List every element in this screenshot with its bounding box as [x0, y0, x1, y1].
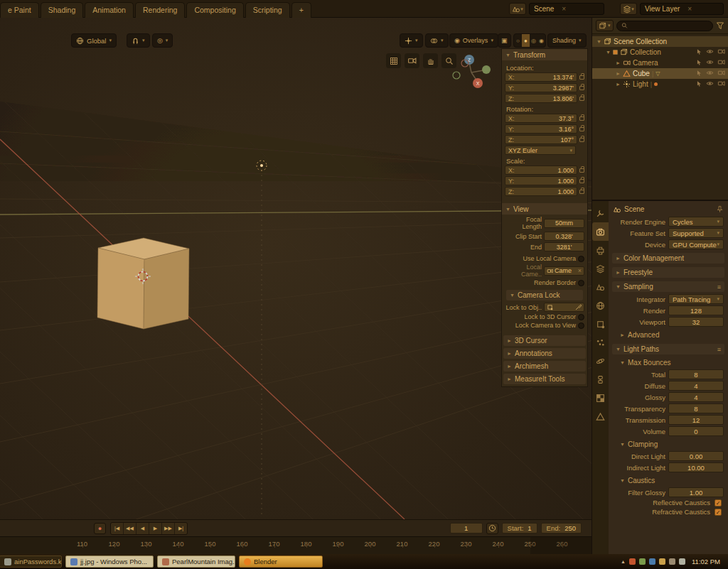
feature-set-dropdown[interactable]: Supported▾: [668, 228, 724, 238]
tab-scene[interactable]: [592, 278, 609, 296]
zoom-icon[interactable]: [441, 53, 456, 68]
collapsed-panel-header[interactable]: ► Annotations: [503, 348, 586, 359]
volume-icon[interactable]: [669, 558, 675, 565]
color-management-panel[interactable]: ►Color Management: [612, 253, 724, 264]
outliner-row-scene-collection[interactable]: ▼ Scene Collection: [592, 36, 728, 47]
workspace-tab[interactable]: Compositing: [186, 2, 243, 18]
show-gizmo-toggle[interactable]: ▾: [400, 33, 423, 48]
clamping-subpanel[interactable]: ▼Clamping: [616, 439, 724, 450]
workspace-tab[interactable]: e Paint: [0, 2, 39, 18]
tab-texture[interactable]: [592, 389, 609, 407]
lock-3d-cursor-checkbox[interactable]: [578, 314, 584, 320]
outliner-row-camera[interactable]: ► Camera: [592, 58, 728, 68]
show-overlays-toggle[interactable]: ▾: [425, 33, 449, 48]
current-frame-field[interactable]: 1: [450, 523, 483, 533]
tab-view-layer[interactable]: [592, 259, 609, 278]
scale-value-field[interactable]: X:1.000: [505, 166, 577, 175]
taskbar-item-photo-viewer[interactable]: jj.jpg - Windows Pho...: [65, 556, 154, 568]
frame-end-field[interactable]: End: 250: [541, 523, 582, 533]
rotation-value-field[interactable]: X:37.3°: [505, 114, 577, 123]
advanced-subpanel[interactable]: ►Advanced: [616, 330, 724, 340]
caustics-subpanel[interactable]: ▼Caustics: [616, 475, 724, 486]
outliner-display-mode-button[interactable]: ▾: [596, 20, 614, 31]
tab-render[interactable]: [592, 222, 609, 241]
preset-menu-icon[interactable]: ≡: [717, 346, 721, 353]
collapsed-panel-header[interactable]: ► MeasureIt Tools: [503, 374, 586, 384]
collapsed-panel-header[interactable]: ► 3D Cursor: [503, 335, 586, 346]
preset-menu-icon[interactable]: ≡: [717, 283, 721, 291]
local-camera-field[interactable]: Came ×: [544, 266, 584, 276]
selectable-icon[interactable]: [695, 48, 702, 55]
bounce-value-field[interactable]: 4: [668, 381, 724, 391]
render-visibility-icon[interactable]: [717, 58, 725, 66]
expand-icon[interactable]: ►: [507, 351, 512, 356]
shading-wireframe-button[interactable]: ○: [514, 34, 522, 47]
freestyle-panel[interactable]: ►Freestyle: [612, 267, 724, 278]
tray-icon-4[interactable]: [659, 558, 665, 565]
play-reverse-button[interactable]: ◀: [136, 523, 149, 534]
lock-icon[interactable]: [579, 179, 584, 183]
location-value-field[interactable]: X:13.374': [505, 72, 577, 82]
frame-start-field[interactable]: Start: 1: [502, 523, 537, 533]
tab-output[interactable]: [592, 241, 609, 259]
filter-glossy-field[interactable]: 1.00: [668, 487, 724, 497]
taskbar-item-blender[interactable]: Blender: [239, 556, 323, 568]
camera-lock-subpanel-header[interactable]: ▼ Camera Lock: [506, 290, 583, 300]
keying-set-icon[interactable]: [486, 523, 498, 534]
jump-to-start-button[interactable]: |◀: [111, 523, 123, 534]
tab-physics[interactable]: [592, 352, 609, 370]
clear-scene-icon[interactable]: ×: [562, 5, 566, 13]
viewport-samples-field[interactable]: 32: [668, 317, 724, 327]
lock-icon[interactable]: [579, 97, 584, 101]
jump-to-end-button[interactable]: ▶|: [175, 523, 187, 534]
rotation-mode-dropdown[interactable]: XYZ Euler ▾: [505, 146, 576, 155]
transform-panel-header[interactable]: ▼ Transform: [502, 49, 587, 60]
workspace-tab[interactable]: Rendering: [135, 2, 185, 18]
show-hidden-icons[interactable]: ▲: [621, 559, 626, 564]
refractive-caustics-checkbox[interactable]: ✓: [714, 509, 722, 516]
workspace-tab[interactable]: Scripting: [245, 2, 290, 18]
scene-selector[interactable]: Scene ×: [529, 3, 604, 15]
expand-icon[interactable]: ►: [507, 376, 512, 381]
shading-dropdown[interactable]: Shading ▾: [547, 33, 587, 48]
expand-icon[interactable]: ►: [507, 364, 512, 369]
scale-value-field[interactable]: Y:1.000: [505, 176, 577, 185]
clear-icon[interactable]: ×: [578, 267, 582, 274]
rotation-value-field[interactable]: Z:107°: [505, 135, 577, 144]
tab-object[interactable]: [592, 315, 609, 333]
tab-world[interactable]: [592, 296, 609, 315]
tray-icon-3[interactable]: [649, 558, 655, 565]
play-button[interactable]: ▶: [149, 523, 161, 534]
collapse-icon[interactable]: ▼: [505, 207, 510, 212]
location-value-field[interactable]: Y:3.2987': [505, 83, 577, 92]
toggle-perspective-icon[interactable]: [386, 53, 401, 68]
expand-icon[interactable]: ▼: [606, 50, 611, 55]
shading-solid-button[interactable]: ●: [522, 34, 530, 47]
tray-icon-2[interactable]: [639, 558, 646, 565]
eyedropper-icon[interactable]: [575, 304, 582, 310]
xray-toggle[interactable]: ▣: [498, 33, 511, 48]
tab-data[interactable]: [592, 407, 609, 426]
scene-browse-button[interactable]: ▾: [509, 3, 526, 15]
bounce-value-field[interactable]: 4: [668, 392, 724, 402]
gizmo-y-axis[interactable]: [482, 65, 491, 74]
scale-value-field[interactable]: Z:1.000: [505, 187, 577, 196]
integrator-dropdown[interactable]: Path Tracing▾: [668, 294, 724, 304]
transform-orientation-dropdown[interactable]: Global ▾: [71, 33, 117, 48]
collapse-icon[interactable]: ▼: [505, 53, 510, 58]
workspace-tab[interactable]: Animation: [85, 2, 134, 18]
clear-view-layer-icon[interactable]: ×: [687, 5, 692, 13]
view-value-field[interactable]: 0.328': [544, 232, 584, 241]
render-visibility-icon[interactable]: [717, 48, 725, 55]
location-value-field[interactable]: Z:13.806': [505, 94, 577, 103]
timeline-ruler[interactable]: 1101201301401501601701801902002102202302…: [0, 536, 592, 554]
tab-particles[interactable]: [592, 333, 609, 352]
render-samples-field[interactable]: 128: [668, 305, 724, 315]
view-layer-selector[interactable]: View Layer ×: [640, 3, 724, 15]
workspace-tab[interactable]: +: [291, 2, 311, 18]
shading-material-button[interactable]: ◎: [530, 34, 537, 47]
selectable-icon[interactable]: [695, 70, 702, 77]
lock-camera-view-checkbox[interactable]: [578, 323, 584, 329]
lock-icon[interactable]: [579, 138, 584, 142]
network-icon[interactable]: [679, 558, 685, 565]
